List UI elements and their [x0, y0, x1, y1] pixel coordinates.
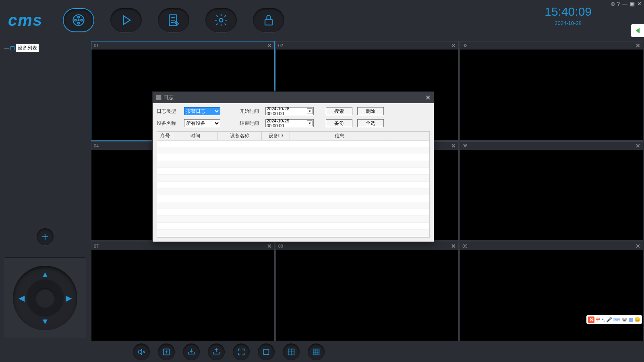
- svg-point-5: [78, 20, 79, 21]
- select-all-button[interactable]: 全选: [357, 119, 384, 127]
- ime-user-icon: 😊: [634, 317, 640, 323]
- minimize-icon[interactable]: —: [622, 1, 627, 7]
- layout-9-button[interactable]: [308, 343, 325, 360]
- ime-grid-icon: ▦: [629, 317, 633, 323]
- app-logo: cms: [8, 11, 43, 29]
- svg-point-7: [219, 19, 223, 22]
- video-cell-03[interactable]: 03✕: [460, 41, 643, 141]
- col-info[interactable]: 信息: [290, 132, 389, 140]
- nav-settings-button[interactable]: [205, 8, 237, 32]
- layout-1-button[interactable]: [258, 343, 275, 360]
- table-row: [157, 195, 429, 202]
- import-icon: [187, 348, 196, 356]
- col-extra[interactable]: [389, 132, 429, 140]
- col-device-id[interactable]: 设备ID: [262, 132, 290, 140]
- video-cell-09[interactable]: 09✕: [460, 242, 643, 341]
- ptz-right-button[interactable]: ▶: [66, 293, 72, 303]
- table-row: [157, 223, 429, 230]
- table-row: [157, 154, 429, 161]
- cell-id: 06: [462, 143, 467, 148]
- table-row: [157, 168, 429, 175]
- dialog-close-button[interactable]: ✕: [425, 94, 431, 101]
- dialog-title: 日志: [163, 94, 174, 101]
- log-table: 序号 时间 设备名称 设备ID 信息: [157, 131, 430, 238]
- svg-point-2: [75, 19, 77, 21]
- device-name-select[interactable]: 所有设备: [184, 119, 220, 127]
- cell-close-button[interactable]: ✕: [451, 243, 456, 249]
- ptz-left-button[interactable]: ◀: [19, 293, 25, 303]
- table-row: [157, 161, 429, 168]
- col-time[interactable]: 时间: [173, 132, 217, 140]
- backup-button[interactable]: 备份: [326, 119, 352, 127]
- ime-bar[interactable]: S 中 •, 🎤 ⌨ 🐭 ▦ 😊: [586, 315, 642, 324]
- col-device-name[interactable]: 设备名称: [217, 132, 262, 140]
- cell-close-button[interactable]: ✕: [451, 42, 456, 49]
- clock-time: 15:40:09: [545, 5, 592, 19]
- nav-lock-button[interactable]: [253, 8, 284, 32]
- play-icon: [119, 13, 133, 27]
- table-row: [157, 147, 429, 154]
- cell-close-button[interactable]: ✕: [636, 143, 640, 149]
- col-seq[interactable]: 序号: [157, 132, 173, 140]
- table-row: [157, 230, 429, 236]
- maximize-icon[interactable]: ▣: [630, 1, 635, 7]
- cell-id: 09: [462, 244, 467, 248]
- cell-close-button[interactable]: ✕: [267, 42, 272, 49]
- ptz-control: ▲ ▼ ◀ ▶: [13, 266, 77, 330]
- svg-point-4: [78, 22, 80, 24]
- video-cell-08[interactable]: 08✕: [275, 242, 459, 341]
- nav-log-button[interactable]: [158, 8, 189, 32]
- start-time-input[interactable]: 2024-10-28 00:00:00▾: [265, 107, 314, 115]
- end-time-label: 结束时间: [238, 120, 261, 127]
- ptz-center-button[interactable]: [35, 288, 55, 308]
- ptz-up-button[interactable]: ▲: [41, 270, 49, 279]
- device-list-label: 设备列表: [16, 44, 39, 52]
- video-cell-07[interactable]: 07✕: [91, 242, 275, 341]
- cell-id: 03: [462, 43, 467, 48]
- add-device-button[interactable]: +: [37, 228, 54, 245]
- device-name-label: 设备名称: [157, 120, 179, 127]
- close-icon[interactable]: ✕: [637, 1, 642, 7]
- layout-4-button[interactable]: [283, 343, 300, 360]
- end-time-input[interactable]: 2024-10-29 00:00:00▾: [265, 119, 314, 127]
- cell-id: 08: [278, 244, 283, 248]
- fullscreen-button[interactable]: [233, 343, 250, 360]
- help-icon[interactable]: ?: [617, 1, 620, 7]
- search-button[interactable]: 搜索: [326, 107, 352, 115]
- delete-button[interactable]: 删除: [357, 107, 384, 115]
- export-icon: [212, 348, 221, 356]
- cell-close-button[interactable]: ✕: [636, 42, 640, 49]
- cell-close-button[interactable]: ✕: [451, 143, 456, 149]
- start-time-label: 开始时间: [238, 108, 261, 115]
- lock-icon: [261, 13, 276, 27]
- cell-close-button[interactable]: ✕: [267, 243, 272, 249]
- monitor-icon[interactable]: ⎚: [611, 1, 615, 7]
- table-row: [157, 188, 429, 195]
- video-cell-06[interactable]: 06✕: [460, 141, 643, 241]
- table-row: [157, 209, 429, 216]
- cell-close-button[interactable]: ✕: [636, 243, 640, 249]
- side-widget[interactable]: [631, 24, 644, 37]
- export-button[interactable]: [208, 343, 225, 360]
- gear-icon: [214, 13, 228, 27]
- device-tree[interactable]: — 设备列表: [4, 44, 86, 228]
- square-icon: [262, 348, 271, 356]
- ime-punct-icon: •,: [602, 317, 605, 323]
- ptz-down-button[interactable]: ▼: [41, 317, 49, 326]
- log-type-label: 日志类型: [157, 108, 179, 115]
- ime-s-icon: S: [588, 316, 594, 323]
- tree-root-item[interactable]: — 设备列表: [4, 44, 86, 52]
- mute-button[interactable]: [133, 343, 150, 360]
- table-row: [157, 216, 429, 223]
- cell-id: 02: [278, 43, 283, 48]
- import-button[interactable]: [183, 343, 200, 360]
- nav-playback-button[interactable]: [110, 8, 142, 32]
- log-type-select[interactable]: 报警日志: [184, 107, 220, 115]
- speaker-mute-icon: [137, 348, 146, 356]
- ime-language: 中: [596, 316, 601, 323]
- nav-live-button[interactable]: [63, 8, 94, 32]
- cell-id: 04: [94, 143, 99, 148]
- snapshot-button[interactable]: [158, 343, 175, 360]
- grid-3x3-icon: [312, 348, 321, 356]
- svg-point-1: [78, 16, 80, 18]
